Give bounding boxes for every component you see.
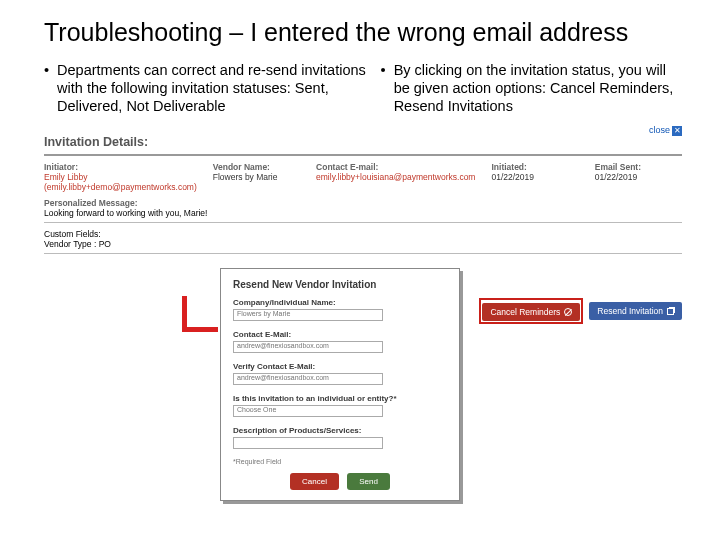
vendor-name-value: Flowers by Marie bbox=[213, 172, 300, 182]
personalized-message-label: Personalized Message: bbox=[44, 198, 138, 208]
bullet-row: Departments can correct and re-send invi… bbox=[44, 61, 682, 115]
modal-send-button[interactable]: Send bbox=[347, 473, 390, 490]
company-name-input[interactable]: Flowers by Marie bbox=[233, 309, 383, 321]
contact-email-label: Contact E-mail: bbox=[316, 162, 475, 172]
close-link[interactable]: close✕ bbox=[649, 125, 682, 136]
ban-icon bbox=[564, 308, 572, 316]
personalized-message-value: Looking forward to working with you, Mar… bbox=[44, 208, 207, 218]
close-icon: ✕ bbox=[672, 126, 682, 136]
vendor-name-label: Vendor Name: bbox=[213, 162, 300, 172]
custom-fields-label: Custom Fields: bbox=[44, 229, 101, 239]
contact-email-modal-label: Contact E-Mail: bbox=[233, 330, 447, 339]
initiator-label: Initiator: bbox=[44, 162, 197, 172]
modal-cancel-button[interactable]: Cancel bbox=[290, 473, 339, 490]
verify-email-input[interactable]: andrew@finexiosandbox.com bbox=[233, 373, 383, 385]
required-note: *Required Field bbox=[233, 458, 447, 465]
initiated-value: 01/22/2019 bbox=[491, 172, 578, 182]
contact-email-value: emily.libby+louisiana@paymentworks.com bbox=[316, 172, 475, 182]
modal-title: Resend New Vendor Invitation bbox=[233, 279, 447, 290]
resend-invitation-button[interactable]: Resend Invitation bbox=[589, 302, 682, 320]
description-label: Description of Products/Services: bbox=[233, 426, 447, 435]
cancel-reminders-highlight: Cancel Reminders bbox=[479, 298, 583, 324]
action-buttons: Cancel Reminders Resend Invitation bbox=[479, 298, 682, 324]
details-heading: Invitation Details: bbox=[44, 129, 682, 152]
description-input[interactable] bbox=[233, 437, 383, 449]
external-icon bbox=[667, 308, 674, 315]
company-name-label: Company/Individual Name: bbox=[233, 298, 447, 307]
cancel-reminders-button[interactable]: Cancel Reminders bbox=[482, 303, 580, 321]
invitation-details-panel: close✕ Invitation Details: Initiator: Em… bbox=[44, 125, 682, 264]
individual-entity-label: Is this invitation to an individual or e… bbox=[233, 394, 447, 403]
red-callout-bracket bbox=[182, 296, 218, 332]
bullet-right: By clicking on the invitation status, yo… bbox=[381, 61, 682, 115]
individual-entity-select[interactable]: Choose One bbox=[233, 405, 383, 417]
contact-email-modal-input[interactable]: andrew@finexiosandbox.com bbox=[233, 341, 383, 353]
initiator-value: Emily Libby (emily.libby+demo@paymentwor… bbox=[44, 172, 197, 192]
verify-email-label: Verify Contact E-Mail: bbox=[233, 362, 447, 371]
email-sent-label: Email Sent: bbox=[595, 162, 682, 172]
resend-modal: Resend New Vendor Invitation Company/Ind… bbox=[220, 268, 460, 501]
page-title: Troubleshooting – I entered the wrong em… bbox=[44, 18, 682, 47]
bullet-left: Departments can correct and re-send invi… bbox=[44, 61, 371, 115]
email-sent-value: 01/22/2019 bbox=[595, 172, 682, 182]
initiated-label: Initiated: bbox=[491, 162, 578, 172]
custom-fields-value: Vendor Type : PO bbox=[44, 239, 111, 249]
